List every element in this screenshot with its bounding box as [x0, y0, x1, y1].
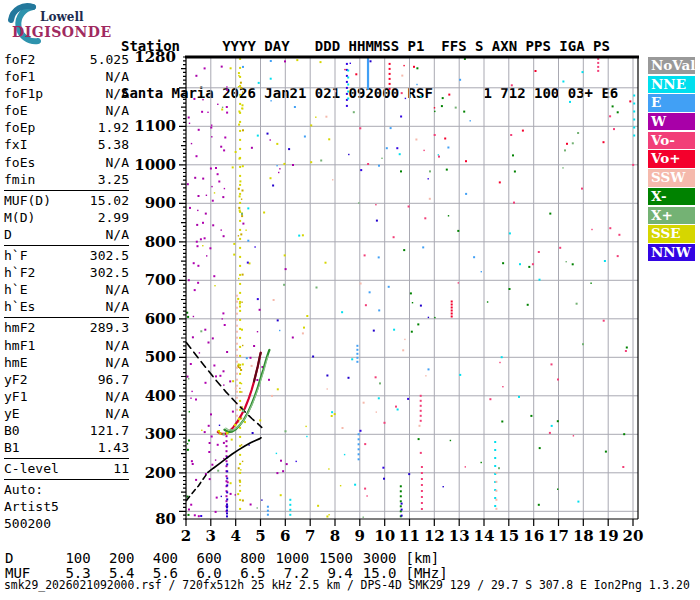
echo-pixel — [253, 345, 255, 347]
echo-pixel — [222, 196, 224, 198]
echo-pixel — [510, 134, 512, 136]
echo-pixel — [226, 435, 228, 437]
echo-pixel — [421, 484, 423, 486]
echo-pixel — [198, 515, 200, 517]
echo-pixel — [226, 509, 228, 511]
echo-pixel — [303, 327, 305, 329]
echo-pixel — [494, 505, 496, 507]
echo-pixel — [196, 224, 198, 226]
y-axis-label: 1280 — [134, 48, 176, 66]
echo-pixel — [226, 515, 228, 517]
echo-pixel — [346, 87, 348, 89]
echo-pixel — [306, 315, 308, 317]
echo-pixel — [360, 283, 362, 285]
echo-pixel — [239, 220, 241, 222]
echo-pixel — [513, 202, 515, 204]
echo-pixel — [239, 211, 241, 213]
echo-pixel — [242, 223, 244, 225]
echo-pixel — [189, 411, 190, 412]
legend-item-x: X- — [648, 188, 695, 205]
echo-pixel — [239, 112, 241, 114]
echo-pixel — [239, 499, 241, 501]
echo-pixel — [358, 433, 360, 435]
echo-pixel — [200, 330, 202, 332]
echo-pixel — [342, 427, 344, 429]
echo-pixel — [286, 463, 288, 465]
echo-pixel — [576, 303, 578, 305]
echo-pixel — [226, 500, 228, 502]
echo-pixel — [279, 168, 280, 169]
echo-pixel — [381, 158, 382, 159]
echo-pixel — [226, 477, 228, 479]
echo-pixel — [239, 367, 241, 369]
echo-pixel — [233, 254, 235, 256]
echo-pixel — [226, 445, 228, 447]
echo-pixel — [239, 256, 241, 258]
echo-pixel — [577, 501, 579, 503]
echo-pixel — [242, 165, 244, 167]
x-axis-label: 2 — [181, 527, 191, 545]
echo-pixel — [236, 373, 238, 375]
echo-pixel — [280, 494, 282, 496]
echo-pixel — [421, 502, 423, 504]
echo-pixel — [459, 374, 461, 376]
echo-pixel — [277, 388, 279, 390]
echo-pixel — [360, 169, 362, 171]
echo-pixel — [283, 163, 285, 165]
echo-pixel — [222, 107, 223, 108]
echo-pixel — [331, 411, 333, 413]
echo-pixel — [386, 147, 388, 149]
echo-pixel — [239, 346, 241, 348]
x-axis-label: 11 — [399, 527, 420, 545]
echo-pixel — [420, 415, 422, 417]
echo-pixel — [257, 331, 258, 332]
echo-pixel — [407, 398, 409, 400]
echo-pixel — [465, 193, 467, 195]
echo-pixel — [191, 143, 192, 144]
echo-pixel — [501, 421, 503, 423]
echo-pixel — [197, 282, 199, 284]
echo-pixel — [209, 442, 211, 444]
echo-pixel — [237, 298, 239, 300]
echo-pixel — [230, 493, 232, 495]
echo-pixel — [226, 495, 228, 497]
echo-pixel — [229, 380, 231, 382]
echo-pixel — [400, 485, 402, 487]
echo-pixel — [239, 436, 241, 438]
echo-pixel — [236, 361, 238, 363]
echo-pixel — [302, 234, 304, 236]
echo-pixel — [239, 373, 241, 375]
echo-pixel — [190, 504, 192, 506]
echo-pixel — [188, 509, 190, 511]
dmuf-value: 600 — [178, 551, 222, 566]
echo-pixel — [234, 424, 236, 426]
echo-pixel — [481, 271, 482, 272]
echo-pixel — [270, 177, 272, 179]
x-axis-label: 14 — [474, 527, 495, 545]
echo-pixel — [316, 287, 318, 289]
echo-pixel — [209, 478, 211, 480]
echo-pixel — [226, 465, 228, 467]
echo-pixel — [393, 236, 395, 238]
echo-pixel — [236, 379, 238, 381]
echo-pixel — [222, 318, 223, 319]
echo-pixel — [285, 268, 287, 270]
echo-pixel — [226, 351, 228, 353]
echo-pixel — [220, 146, 222, 148]
echo-pixel — [358, 448, 360, 450]
echo-pixel — [188, 514, 190, 516]
echo-pixel — [422, 246, 424, 248]
echo-pixel — [239, 180, 241, 182]
echo-pixel — [257, 135, 259, 137]
echo-pixel — [218, 181, 220, 183]
echo-pixel — [451, 316, 453, 318]
echo-pixel — [201, 111, 203, 113]
echo-pixel — [609, 115, 611, 117]
x-axis-label: 9 — [355, 527, 365, 545]
echo-pixel — [411, 331, 413, 333]
y-axis-label: 1100 — [134, 117, 176, 135]
echo-pixel — [208, 451, 210, 453]
echo-pixel — [242, 410, 244, 412]
echo-pixel — [421, 466, 423, 468]
echo-pixel — [235, 388, 237, 390]
